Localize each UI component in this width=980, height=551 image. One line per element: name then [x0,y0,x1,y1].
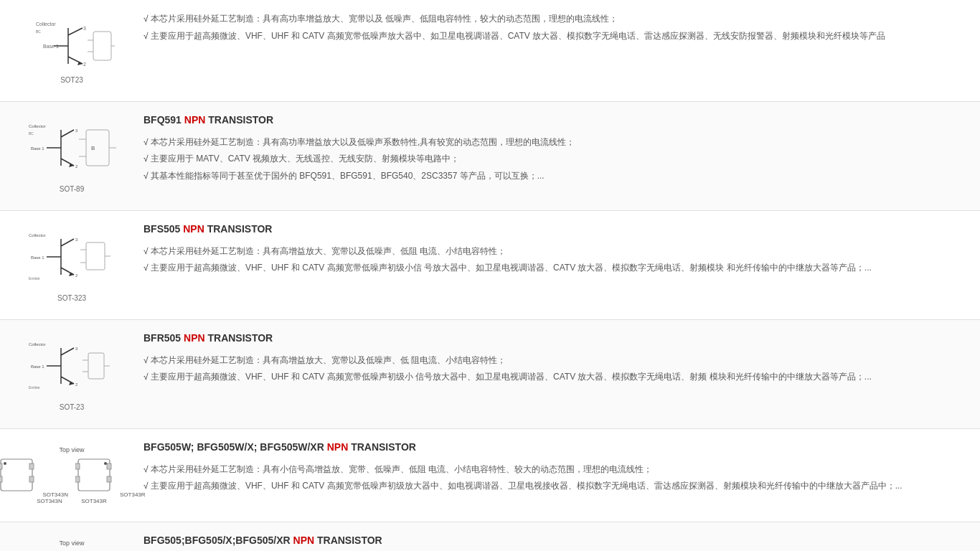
svg-rect-66 [107,463,111,469]
product-item: Top view SOT343N [0,429,980,522]
svg-rect-53 [88,353,104,379]
product-title: BFS505 NPN TRANSISTOR [143,222,966,237]
product-info: BFR505 NPN TRANSISTOR √ 本芯片采用硅外延工艺制造：具有高… [129,331,966,387]
product-desc: √ 本芯片采用硅外延工艺制造：具有高增益放大、宽带以及低噪声、低阻 电流、小结电… [143,244,966,276]
desc-line: √ 本芯片采用硅外延工艺制造：具有高功率增益放大以及低噪声系数特性,具有较宽的动… [143,135,966,151]
product-item: Collector 3 2 Base 1 Emitter SOT- [0,320,980,429]
svg-rect-10 [93,32,111,60]
product-info: BFG505W; BFG505W/X; BFG505W/XR NPN TRANS… [129,441,966,496]
svg-rect-64 [75,463,80,469]
product-desc: √ 本芯片采用硅外延工艺制造：具有高功率增益放大、宽带以及 低噪声、低阻电容特性… [143,11,966,44]
product-image: Collector BC 3 2 Base 1 [14,11,129,90]
package-label: SOT23 [60,76,83,84]
desc-line: √ 本芯片采用硅外延工艺制造：具有高增益放大、宽带以及低噪声、低 阻电流、小结电… [143,353,966,369]
svg-text:2: 2 [75,164,78,169]
product-item: Collector BC 3 2 Base 1 [0,0,980,102]
product-title: BFR505 NPN TRANSISTOR [143,331,966,346]
product-desc: √ 本芯片采用硅外延工艺制造：具有小信号高增益放、宽带、低噪声、低阻 电流、小结… [143,462,966,494]
svg-point-68 [104,462,107,465]
product-image: Top view [14,534,129,551]
svg-text:Collector: Collector [29,233,46,237]
product-info: BFG505;BFG505/X;BFG505/XR NPN TRANSISTOR… [129,534,966,551]
svg-rect-65 [75,476,80,482]
svg-text:Emitter: Emitter [29,385,40,390]
desc-line: √ 主要应用于超高频微波、VHF、UHF 和 CATV 高频宽带低噪声初级小信 … [143,260,966,276]
product-image: Collector BC 3 2 Base 1 B [14,113,129,199]
svg-text:B: B [91,145,95,151]
svg-rect-60 [29,463,34,469]
svg-rect-61 [29,476,34,482]
svg-rect-67 [107,476,111,482]
svg-point-62 [4,462,6,465]
svg-text:Emitter: Emitter [29,276,40,281]
product-info: √ 本芯片采用硅外延工艺制造：具有高功率增益放大、宽带以及 低噪声、低阻电容特性… [129,11,966,45]
pkg-label-left: SOT343N [42,491,68,498]
top-view-label: Top view [59,446,84,453]
svg-rect-39 [86,242,105,270]
product-item: Collector BC 3 2 Base 1 B [0,102,980,211]
svg-text:3: 3 [75,347,78,351]
product-title: BFG505W; BFG505W/X; BFG505W/XR NPN TRANS… [143,441,966,455]
svg-line-4 [68,28,83,35]
svg-line-18 [61,130,74,137]
desc-line: √ 其基本性能指标等同于甚至优于国外的 BFQ591、BFG591、BFG540… [143,169,966,184]
svg-text:Base 1: Base 1 [31,364,44,369]
desc-line: √ 本芯片采用硅外延工艺制造：具有高功率增益放大、宽带以及 低噪声、低阻电容特性… [143,11,966,27]
desc-line: √ 本芯片采用硅外延工艺制造：具有高增益放大、宽带以及低噪声、低阻 电流、小结电… [143,244,966,260]
svg-text:Collector: Collector [29,342,46,347]
product-item: Top view [0,522,980,551]
svg-text:2: 2 [83,62,86,67]
svg-line-32 [61,239,74,246]
product-desc: √ 本芯片采用硅外延工艺制造：具有高增益放大、宽带以及低噪声、低 阻电流、小结电… [143,353,966,385]
svg-text:2: 2 [75,382,78,387]
product-list: Collector BC 3 2 Base 1 [0,0,980,551]
svg-text:Collector: Collector [36,22,56,27]
package-label: SOT-23 [60,403,84,411]
svg-text:3: 3 [75,128,78,133]
desc-line: √ 主要应用于超高频微波、VHF、UHF 和 CATV 高频宽带低噪声初级放大器… [143,479,966,494]
package-label: SOT-89 [60,185,84,193]
package-label: SOT-323 [57,294,86,302]
product-image: Collector 3 2 Base 1 Emitter SOT- [14,222,129,308]
desc-line: √ 主要应用于 MATV、CATV 视频放大、无线遥控、无线安防、射频模块等电路… [143,151,966,167]
product-image: Top view SOT343N [14,441,129,510]
desc-line: √ 主要应用于超高频微波、VHF、UHF 和 CATV 高频宽带低噪声放大器中、… [143,29,966,44]
product-item: Collector 3 2 Base 1 Emitter SOT- [0,211,980,320]
svg-text:Base 1: Base 1 [31,146,44,151]
svg-text:BC: BC [29,131,34,136]
product-info: BFS505 NPN TRANSISTOR √ 本芯片采用硅外延工艺制造：具有高… [129,222,966,278]
desc-line: √ 本芯片采用硅外延工艺制造：具有小信号高增益放、宽带、低噪声、低阻 电流、小结… [143,462,966,478]
top-view-label: Top view [59,540,84,547]
product-info: BFQ591 NPN TRANSISTOR √ 本芯片采用硅外延工艺制造：具有高… [129,113,966,185]
desc-line: √ 主要应用于超高频微波、VHF、UHF 和 CATV 高频宽带低噪声初级小 信… [143,369,966,385]
svg-rect-58 [0,463,2,469]
svg-text:Base 1: Base 1 [43,44,59,49]
product-title: BFG505;BFG505/X;BFG505/XR NPN TRANSISTOR [143,534,966,548]
product-desc: √ 本芯片采用硅外延工艺制造：具有高功率增益放大以及低噪声系数特性,具有较宽的动… [143,135,966,184]
svg-text:BC: BC [36,29,41,34]
svg-text:3: 3 [83,26,86,31]
product-title: BFQ591 NPN TRANSISTOR [143,113,966,128]
svg-line-46 [61,348,74,355]
product-image: Collector 3 2 Base 1 Emitter SOT- [14,331,129,417]
svg-text:Base 1: Base 1 [31,255,44,260]
svg-rect-59 [0,476,2,482]
svg-rect-24 [86,130,109,166]
svg-text:3: 3 [75,237,78,242]
svg-text:2: 2 [75,273,78,278]
svg-text:Collector: Collector [29,124,46,128]
